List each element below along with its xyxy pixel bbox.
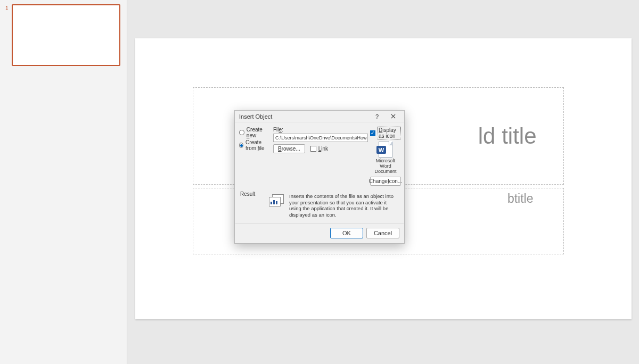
browse-button[interactable]: Browse... [273, 144, 305, 153]
title-placeholder-text: ld title [478, 123, 537, 149]
file-path-input[interactable]: C:\Users\marsh\OneDrive\Documents\How to… [273, 134, 368, 142]
result-label: Result [240, 190, 264, 219]
result-description: Inserts the contents of the file as an o… [289, 190, 399, 219]
display-as-icon-label: Display as icon [378, 127, 401, 139]
checkbox-icon [370, 130, 375, 136]
display-as-icon-checkbox[interactable]: Display as icon [370, 127, 401, 139]
close-button[interactable] [385, 111, 401, 122]
ok-button[interactable]: OK [330, 228, 363, 238]
radio-create-from-file[interactable]: Create from file [239, 139, 273, 151]
file-label: File: [273, 127, 368, 133]
radio-icon [239, 143, 243, 148]
dialog-body: Create new Create from file File: C:\Use… [235, 122, 404, 188]
radio-create-new[interactable]: Create new [239, 127, 273, 138]
slide-thumbnail-row[interactable]: 1 [5, 4, 121, 66]
checkbox-icon [310, 146, 316, 152]
link-checkbox[interactable]: Link [310, 146, 328, 152]
change-icon-button[interactable]: Change Icon... [370, 177, 401, 186]
dialog-title: Insert Object [239, 113, 369, 120]
word-document-icon: W [379, 142, 392, 158]
file-path-text: C:\Users\marsh\OneDrive\Documents\How to… [275, 135, 368, 140]
dialog-left-column: Create new Create from file File: C:\Use… [239, 127, 368, 186]
insert-object-dialog: Insert Object ? Create new Create from f… [234, 110, 405, 244]
dialog-titlebar[interactable]: Insert Object ? [235, 111, 404, 122]
cancel-button[interactable]: Cancel [366, 228, 399, 238]
radio-create-from-file-label: Create from file [245, 139, 273, 151]
close-icon [391, 114, 396, 119]
icon-caption: Microsoft Word Document [370, 159, 401, 175]
result-icon [269, 194, 284, 206]
radio-create-new-label: Create new [247, 127, 273, 138]
slide-thumbnail-panel: 1 [0, 0, 127, 364]
dialog-right-column: Display as icon W Microsoft Word Documen… [370, 127, 401, 186]
link-label: Link [318, 146, 328, 152]
help-button[interactable]: ? [369, 111, 385, 122]
radio-icon [239, 130, 244, 135]
slide-thumbnail[interactable] [12, 4, 120, 66]
slide-number: 1 [5, 4, 9, 11]
result-section: Result Inserts the contents of the file … [235, 188, 404, 224]
dialog-footer: OK Cancel [235, 224, 404, 243]
subtitle-placeholder-text: btitle [507, 192, 534, 206]
